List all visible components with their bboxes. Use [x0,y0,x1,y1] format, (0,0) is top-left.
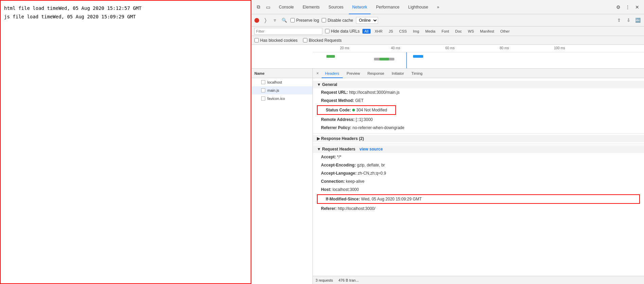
blocked-requests-checkbox[interactable] [303,38,307,42]
if-modified-since-row: If-Modified-Since: Wed, 05 Aug 2020 15:0… [317,194,640,204]
tab-initiator[interactable]: Initiator [388,69,407,78]
accept-encoding-row: Accept-Encoding: gzip, deflate, br [313,161,644,169]
view-source-link[interactable]: view source [359,147,383,152]
main-content: Name localhost main.js favicon.ico × Hea… [252,69,644,284]
timeline-cursor [406,52,407,69]
filter-img[interactable]: Img [411,29,421,34]
network-toolbar: 〉 ▿ 🔍 Preserve log Disable cache Online … [252,14,644,26]
settings-icon[interactable]: ⚙ [614,3,622,11]
divider-2 [313,144,644,144]
filter-ws[interactable]: WS [466,29,476,34]
file-item-favicon[interactable]: favicon.ico [252,94,312,103]
timeline-bar-3 [413,55,423,58]
timeline-bars [313,52,644,69]
filter-media[interactable]: Media [423,29,437,34]
close-devtools-icon[interactable]: ✕ [633,3,641,11]
response-headers-section-header[interactable]: ▶ Response Headers (2) [313,135,644,142]
filter-xhr[interactable]: XHR [373,29,384,34]
clear-button[interactable]: 〉 [262,17,269,24]
cursor-icon[interactable]: ⧉ [254,3,263,11]
filter-all[interactable]: All [362,29,371,34]
blocked-requests-label[interactable]: Blocked Requests [303,38,342,43]
filter-icon[interactable]: ▿ [271,17,278,24]
tab-network[interactable]: Network [349,0,371,14]
request-headers-section-header[interactable]: ▼ Request Headers view source [313,145,644,153]
tab-response[interactable]: Response [364,69,388,78]
export-icon[interactable]: ⇩ [625,17,632,24]
timeline-bar-1 [326,55,335,58]
transferred-size: 476 B tran... [338,278,359,282]
file-list-header: Name [252,69,312,78]
file-list: Name localhost main.js favicon.ico [252,69,313,284]
more-options-icon[interactable]: ⋮ [624,3,632,11]
preserve-log-label[interactable]: Preserve log [290,18,319,23]
webpage-text: html file load timeWed, 05 Aug 2020 15:1… [4,4,247,21]
detail-panel: × Headers Preview Response Initiator Tim… [313,69,644,284]
webpage-line1: html file load timeWed, 05 Aug 2020 15:1… [4,4,247,13]
status-bar: 3 requests 476 B tran... [313,276,644,284]
record-button[interactable] [254,18,259,23]
file-checkbox-localhost [261,80,265,84]
status-dot [352,109,355,111]
tab-elements[interactable]: Elements [299,0,323,14]
timeline-label-20: 20 ms [340,46,349,50]
device-icon[interactable]: ▭ [264,3,272,11]
devtools-topbar: ⧉ ▭ Console Elements Sources Network Per… [252,0,644,14]
timeline-label-60: 60 ms [445,46,454,50]
filter-doc[interactable]: Doc [453,29,464,34]
hide-data-urls-checkbox[interactable] [325,29,329,33]
remote-address-row: Remote Address: [::1]:3000 [313,116,644,124]
has-blocked-cookies-label[interactable]: Has blocked cookies [254,38,298,43]
search-icon[interactable]: 🔍 [281,17,288,24]
filter-js[interactable]: JS [387,29,395,34]
request-count: 3 requests [316,278,333,282]
filter-css[interactable]: CSS [397,29,409,34]
filter-input[interactable] [254,28,322,35]
filter-bar: Hide data URLs All XHR JS CSS Img Media … [252,26,644,36]
accept-row: Accept: */* [313,153,644,161]
referer-row: Referer: http://localhost:3000/ [313,205,644,213]
timeline-label-100: 100 ms [554,46,565,50]
tab-performance[interactable]: Performance [373,0,403,14]
file-item-mainjs[interactable]: main.js [252,86,312,94]
import-icon[interactable]: ⇧ [615,17,622,24]
preserve-log-checkbox[interactable] [290,18,295,22]
timeline-bar-2-fg [379,58,389,60]
connection-row: Connection: keep-alive [313,177,644,185]
file-item-localhost[interactable]: localhost [252,78,312,86]
accept-language-row: Accept-Language: zh-CN,zh;q=0.9 [313,169,644,177]
filter-type-options: All XHR JS CSS Img Media Font Doc WS Man… [362,29,512,34]
tab-console[interactable]: Console [275,0,297,14]
timeline-ruler: 20 ms 40 ms 60 ms 80 ms 100 ms [313,45,644,52]
blocked-bar: Has blocked cookies Blocked Requests [252,36,644,45]
tab-headers[interactable]: Headers [322,69,343,78]
timeline-area: 20 ms 40 ms 60 ms 80 ms 100 ms [252,45,644,69]
tab-more[interactable]: » [434,0,443,14]
divider-1 [313,133,644,134]
headers-content: ▼ General Request URL: http://localhost:… [313,78,644,276]
webpage-panel: html file load timeWed, 05 Aug 2020 15:1… [0,0,251,284]
detail-tabs: × Headers Preview Response Initiator Tim… [313,69,644,78]
settings-icon-2[interactable]: 🔤 [634,17,641,24]
tab-sources[interactable]: Sources [325,0,347,14]
disable-cache-label[interactable]: Disable cache [322,18,353,23]
tab-timing[interactable]: Timing [408,69,426,78]
request-method-row: Request Method: GET [313,96,644,105]
status-code-row: Status Code: 304 Not Modified [317,105,396,115]
filter-font[interactable]: Font [440,29,451,34]
webpage-line2: js file load timeWed, 05 Aug 2020 15:09:… [4,13,247,21]
has-blocked-cookies-checkbox[interactable] [254,38,259,42]
file-checkbox-favicon [261,96,265,101]
throttle-select[interactable]: Online [356,17,378,24]
filter-other[interactable]: Other [498,29,512,34]
timeline-label-80: 80 ms [500,46,509,50]
tab-preview[interactable]: Preview [343,69,363,78]
timeline-label-40: 40 ms [391,46,400,50]
referrer-policy-row: Referrer Policy: no-referrer-when-downgr… [313,124,644,132]
disable-cache-checkbox[interactable] [322,18,326,22]
hide-data-urls-label[interactable]: Hide data URLs [325,29,360,34]
close-detail-button[interactable]: × [314,70,321,77]
tab-lighthouse[interactable]: Lighthouse [405,0,432,14]
filter-manifest[interactable]: Manifest [478,29,496,34]
general-section-header[interactable]: ▼ General [313,81,644,88]
